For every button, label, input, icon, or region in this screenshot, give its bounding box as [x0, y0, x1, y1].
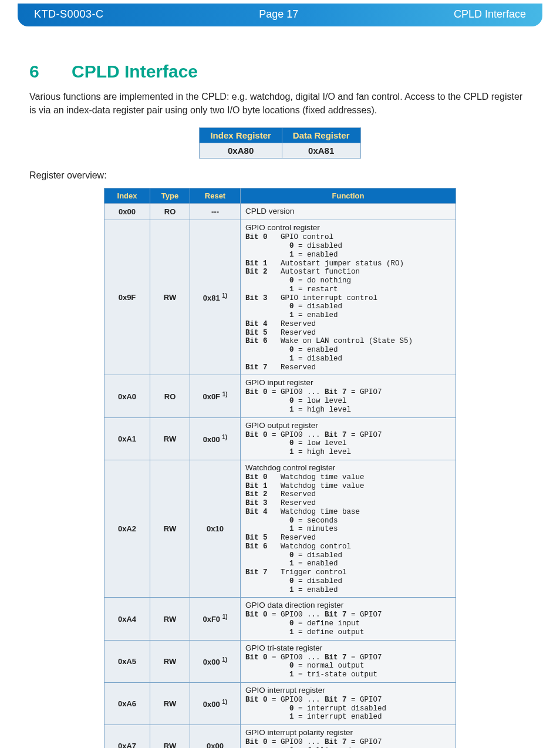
- regpair-header-index: Index Register: [200, 128, 282, 143]
- regpair-value-index: 0xA80: [200, 143, 282, 159]
- cell-function: GPIO tri-state registerBit 0 = GPIO0 ...…: [241, 640, 456, 682]
- page-header: KTD-S0003-C Page 17 CPLD Interface: [18, 4, 542, 26]
- section-heading: 6CPLD Interface: [29, 62, 531, 82]
- function-title: GPIO output register: [245, 421, 451, 430]
- function-body: Bit 0 GPIO control 0 = disabled 1 = enab…: [245, 233, 451, 372]
- cell-type: RW: [150, 640, 190, 682]
- cell-reset: 0x10: [190, 460, 241, 598]
- cell-reset: 0xF0 1): [190, 598, 241, 640]
- function-body: Bit 0 = GPIO0 ... Bit 7 = GPIO7 0 = fall…: [245, 738, 451, 748]
- page-number: Page 17: [259, 8, 298, 21]
- doc-id: KTD-S0003-C: [34, 8, 104, 21]
- cell-index: 0xA0: [104, 375, 150, 417]
- function-title: CPLD version: [245, 207, 451, 215]
- cell-type: RW: [150, 220, 190, 375]
- cell-index: 0xA4: [104, 598, 150, 640]
- cell-type: RW: [150, 598, 190, 640]
- table-row: 0xA7RW0x00GPIO interrupt polarity regist…: [104, 725, 456, 748]
- cell-reset: 0x00 1): [190, 640, 241, 682]
- cell-function: GPIO input registerBit 0 = GPIO0 ... Bit…: [241, 375, 456, 417]
- cell-function: GPIO interrupt polarity registerBit 0 = …: [241, 725, 456, 748]
- cell-type: RO: [150, 204, 190, 220]
- function-title: GPIO interrupt register: [245, 686, 451, 695]
- table-row: 0x9FRW0x81 1)GPIO control registerBit 0 …: [104, 220, 456, 375]
- col-type: Type: [150, 188, 190, 204]
- table-row: 0xA5RW0x00 1)GPIO tri-state registerBit …: [104, 640, 456, 682]
- function-body: Bit 0 = GPIO0 ... Bit 7 = GPIO7 0 = norm…: [245, 653, 451, 679]
- cell-function: GPIO control registerBit 0 GPIO control …: [241, 220, 456, 375]
- function-body: Bit 0 = GPIO0 ... Bit 7 = GPIO7 0 = defi…: [245, 611, 451, 636]
- cell-index: 0xA7: [104, 725, 150, 748]
- table-row: 0xA0RO0x0F 1)GPIO input registerBit 0 = …: [104, 375, 456, 417]
- register-overview-table: Index Type Reset Function 0x00RO---CPLD …: [104, 188, 456, 748]
- col-function: Function: [241, 188, 456, 204]
- col-reset: Reset: [190, 188, 241, 204]
- cell-reset: 0x00: [190, 725, 241, 748]
- function-body: Bit 0 = GPIO0 ... Bit 7 = GPIO7 0 = inte…: [245, 696, 451, 722]
- cell-function: GPIO output registerBit 0 = GPIO0 ... Bi…: [241, 417, 456, 460]
- cell-index: 0x9F: [104, 220, 150, 375]
- cell-reset: 0x00 1): [190, 682, 241, 725]
- table-row: 0xA4RW0xF0 1)GPIO data direction registe…: [104, 598, 456, 640]
- cell-index: 0xA2: [104, 460, 150, 598]
- function-body: Bit 0 = GPIO0 ... Bit 7 = GPIO7 0 = low …: [245, 388, 451, 414]
- table-row: 0xA2RW0x10Watchdog control registerBit 0…: [104, 460, 456, 598]
- table-row: Index Register Data Register: [200, 128, 360, 143]
- section-name: CPLD Interface: [454, 8, 526, 21]
- cell-type: RW: [150, 460, 190, 598]
- cell-index: 0xA5: [104, 640, 150, 682]
- cell-type: RW: [150, 682, 190, 725]
- cell-reset: 0x00 1): [190, 417, 241, 460]
- page-content: 6CPLD Interface Various functions are im…: [0, 26, 560, 748]
- function-title: GPIO input register: [245, 378, 451, 387]
- function-title: GPIO data direction register: [245, 601, 451, 609]
- cell-type: RW: [150, 725, 190, 748]
- register-pair-table-wrap: Index Register Data Register 0xA80 0xA81: [29, 127, 531, 159]
- function-title: GPIO tri-state register: [245, 643, 451, 652]
- table-row: Index Type Reset Function: [104, 188, 456, 204]
- cell-reset: 0x81 1): [190, 220, 241, 375]
- cell-reset: 0x0F 1): [190, 375, 241, 417]
- cell-function: Watchdog control registerBit 0 Watchdog …: [241, 460, 456, 598]
- cell-function: CPLD version: [241, 204, 456, 220]
- function-title: GPIO interrupt polarity register: [245, 728, 451, 737]
- cell-index: 0xA6: [104, 682, 150, 725]
- table-row: 0xA6RW0x00 1)GPIO interrupt registerBit …: [104, 682, 456, 725]
- overview-label: Register overview:: [29, 170, 531, 181]
- cell-reset: ---: [190, 204, 241, 220]
- function-title: Watchdog control register: [245, 463, 451, 472]
- cell-function: GPIO interrupt registerBit 0 = GPIO0 ...…: [241, 682, 456, 725]
- col-index: Index: [104, 188, 150, 204]
- table-row: 0xA1RW0x00 1)GPIO output registerBit 0 =…: [104, 417, 456, 460]
- cell-type: RO: [150, 375, 190, 417]
- regpair-value-data: 0xA81: [282, 143, 360, 159]
- cell-index: 0xA1: [104, 417, 150, 460]
- table-row: 0x00RO---CPLD version: [104, 204, 456, 220]
- function-body: Bit 0 Watchdog time value Bit 1 Watchdog…: [245, 473, 451, 595]
- table-row: 0xA80 0xA81: [200, 143, 360, 159]
- section-title: CPLD Interface: [72, 62, 198, 81]
- section-number: 6: [29, 62, 72, 82]
- register-pair-table: Index Register Data Register 0xA80 0xA81: [199, 127, 360, 159]
- cell-function: GPIO data direction registerBit 0 = GPIO…: [241, 598, 456, 640]
- intro-paragraph: Various functions are implemented in the…: [29, 90, 531, 117]
- function-body: Bit 0 = GPIO0 ... Bit 7 = GPIO7 0 = low …: [245, 431, 451, 457]
- regpair-header-data: Data Register: [282, 128, 360, 143]
- cell-type: RW: [150, 417, 190, 460]
- function-title: GPIO control register: [245, 223, 451, 232]
- cell-index: 0x00: [104, 204, 150, 220]
